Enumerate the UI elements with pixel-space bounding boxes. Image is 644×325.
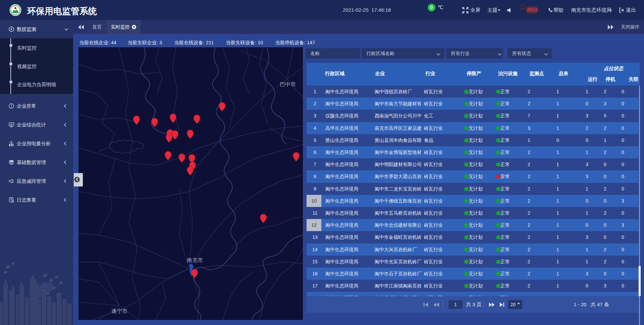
svg-text:遂宁市: 遂宁市 (111, 308, 127, 314)
svg-text:巴中市: 巴中市 (280, 82, 296, 87)
svg-text:南充市: 南充市 (187, 257, 203, 263)
